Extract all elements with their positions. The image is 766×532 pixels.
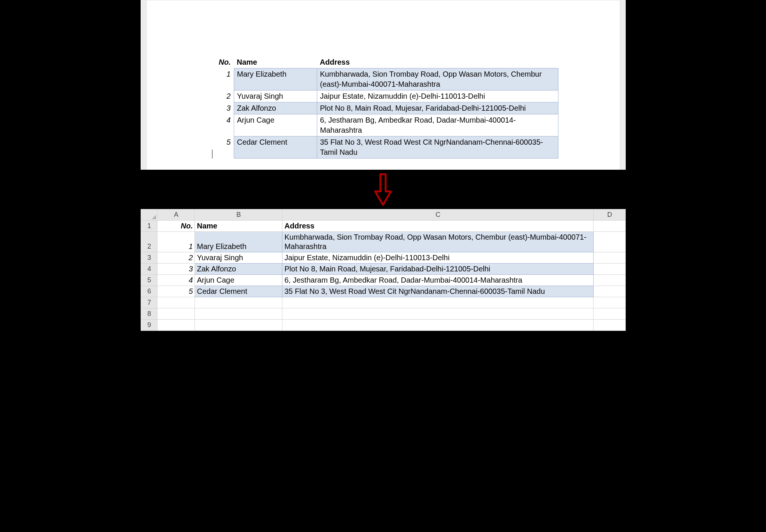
column-header-row: A B C D <box>141 209 625 221</box>
col-header-A[interactable]: A <box>157 209 194 221</box>
cell[interactable] <box>282 320 593 331</box>
cell[interactable]: No. <box>157 221 194 232</box>
cell[interactable] <box>593 221 625 232</box>
cell-name: Cedar Clement <box>234 136 317 159</box>
cell-addr: 6, Jestharam Bg, Ambedkar Road, Dadar-Mu… <box>317 114 558 136</box>
cell[interactable]: Address <box>282 221 593 232</box>
row-header[interactable]: 7 <box>141 297 157 308</box>
grid-row: 3 2 Yuvaraj Singh Jaipur Estate, Nizamud… <box>141 252 625 264</box>
cell[interactable]: Jaipur Estate, Nizamuddin (e)-Delhi-1100… <box>282 252 593 264</box>
row-header[interactable]: 3 <box>141 252 157 264</box>
cell[interactable]: Arjun Cage <box>194 275 282 286</box>
cell[interactable] <box>157 308 194 320</box>
cell[interactable]: 5 <box>157 286 194 297</box>
row-header[interactable]: 2 <box>141 232 157 252</box>
word-page: No. Name Address 1 Mary Elizabeth Kumbha… <box>146 0 620 170</box>
cell-name: Yuvaraj Singh <box>234 90 317 102</box>
cell[interactable]: Cedar Clement <box>194 286 282 297</box>
row-header[interactable]: 6 <box>141 286 157 297</box>
cell-no: 1 <box>212 68 234 90</box>
cell-name: Mary Elizabeth <box>234 68 317 90</box>
row-header[interactable]: 8 <box>141 308 157 320</box>
grid-row: 6 5 Cedar Clement 35 Flat No 3, West Roa… <box>141 286 625 297</box>
cell[interactable]: 35 Flat No 3, West Road West Cit NgrNand… <box>282 286 593 297</box>
cell[interactable] <box>157 297 194 308</box>
grid-row: 2 1 Mary Elizabeth Kumbharwada, Sion Tro… <box>141 232 625 252</box>
cell[interactable] <box>157 320 194 331</box>
cell[interactable] <box>593 252 625 264</box>
table-header-row: No. Name Address <box>212 56 558 68</box>
cell-name: Arjun Cage <box>234 114 317 136</box>
cell-addr: Plot No 8, Main Road, Mujesar, Faridabad… <box>317 102 558 114</box>
cell-addr: Kumbharwada, Sion Trombay Road, Opp Wasa… <box>317 68 558 90</box>
cell[interactable] <box>593 264 625 275</box>
source-table: No. Name Address 1 Mary Elizabeth Kumbha… <box>212 56 558 159</box>
cell[interactable]: 4 <box>157 275 194 286</box>
cell[interactable]: Mary Elizabeth <box>194 232 282 252</box>
grid-row: 7 <box>141 297 625 308</box>
select-all-corner[interactable] <box>141 209 157 221</box>
cell-name: Zak Alfonzo <box>234 102 317 114</box>
cell-no: 5 <box>212 136 234 159</box>
word-document-pane: No. Name Address 1 Mary Elizabeth Kumbha… <box>141 0 626 170</box>
cell[interactable]: Yuvaraj Singh <box>194 252 282 264</box>
cell[interactable]: Zak Alfonzo <box>194 264 282 275</box>
cell-addr: 35 Flat No 3, West Road West Cit NgrNand… <box>317 136 558 159</box>
cell-addr: Jaipur Estate, Nizamuddin (e)-Delhi-1100… <box>317 90 558 102</box>
cell[interactable] <box>593 286 625 297</box>
grid-row: 5 4 Arjun Cage 6, Jestharam Bg, Ambedkar… <box>141 275 625 286</box>
row-header[interactable]: 9 <box>141 320 157 331</box>
cell-no: 2 <box>212 90 234 102</box>
excel-spreadsheet-pane: A B C D 1 No. Name Address 2 1 Mary Eli <box>141 209 626 331</box>
spreadsheet-grid[interactable]: A B C D 1 No. Name Address 2 1 Mary Eli <box>141 209 626 331</box>
table-row: 3 Zak Alfonzo Plot No 8, Main Road, Muje… <box>212 102 558 114</box>
cell[interactable]: Kumbharwada, Sion Trombay Road, Opp Wasa… <box>282 232 593 252</box>
text-cursor <box>212 150 212 159</box>
cell[interactable]: Name <box>194 221 282 232</box>
cell[interactable] <box>194 320 282 331</box>
cell[interactable] <box>194 297 282 308</box>
row-header[interactable]: 5 <box>141 275 157 286</box>
row-header[interactable]: 1 <box>141 221 157 232</box>
col-header-B[interactable]: B <box>194 209 282 221</box>
table-row: 5 Cedar Clement 35 Flat No 3, West Road … <box>212 136 558 159</box>
col-header-no: No. <box>212 56 234 68</box>
cell[interactable] <box>593 297 625 308</box>
cell[interactable] <box>593 232 625 252</box>
cell-no: 3 <box>212 102 234 114</box>
arrow-down-icon <box>372 173 394 206</box>
grid-row: 9 <box>141 320 625 331</box>
col-header-D[interactable]: D <box>593 209 625 221</box>
grid-row: 8 <box>141 308 625 320</box>
cell[interactable] <box>194 308 282 320</box>
cell[interactable]: 2 <box>157 252 194 264</box>
cell[interactable] <box>282 297 593 308</box>
grid-row: 1 No. Name Address <box>141 221 625 232</box>
table-row: 4 Arjun Cage 6, Jestharam Bg, Ambedkar R… <box>212 114 558 136</box>
grid-row: 4 3 Zak Alfonzo Plot No 8, Main Road, Mu… <box>141 264 625 275</box>
table-row: 1 Mary Elizabeth Kumbharwada, Sion Tromb… <box>212 68 558 90</box>
cell[interactable] <box>282 308 593 320</box>
transform-arrow-band <box>141 170 626 209</box>
cell[interactable] <box>593 320 625 331</box>
cell[interactable]: 3 <box>157 264 194 275</box>
cell[interactable]: Plot No 8, Main Road, Mujesar, Faridabad… <box>282 264 593 275</box>
cell[interactable]: 6, Jestharam Bg, Ambedkar Road, Dadar-Mu… <box>282 275 593 286</box>
cell[interactable] <box>593 275 625 286</box>
col-header-C[interactable]: C <box>282 209 593 221</box>
cell-no: 4 <box>212 114 234 136</box>
col-header-addr: Address <box>317 56 558 68</box>
cell[interactable]: 1 <box>157 232 194 252</box>
cell[interactable] <box>593 308 625 320</box>
col-header-name: Name <box>234 56 317 68</box>
table-row: 2 Yuvaraj Singh Jaipur Estate, Nizamuddi… <box>212 90 558 102</box>
row-header[interactable]: 4 <box>141 264 157 275</box>
